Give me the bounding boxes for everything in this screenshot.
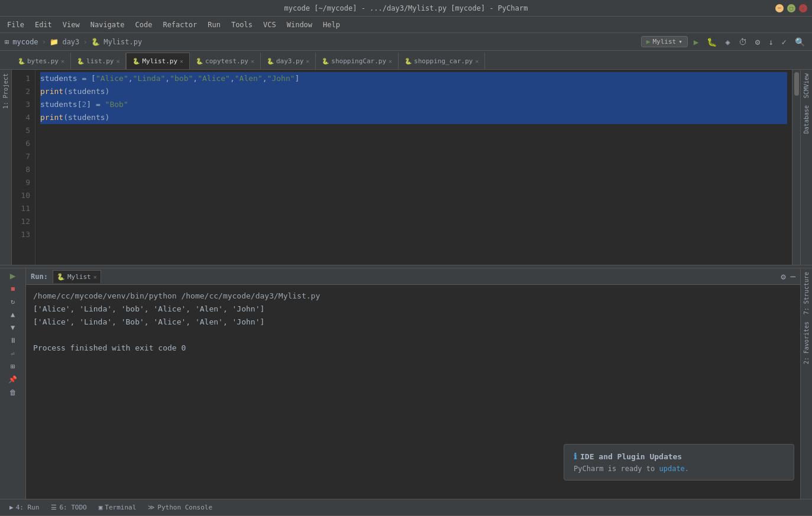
- run-right-sidebar: 7: Structure 2: Favorites: [800, 268, 812, 499]
- tab-close[interactable]: ✕: [306, 58, 309, 64]
- line-12: 12: [12, 215, 30, 228]
- run-tab-bar: Run: 🐍 Mylist ✕ ⚙ ─: [26, 268, 800, 285]
- maximize-button[interactable]: □: [787, 4, 795, 12]
- database-label[interactable]: Database: [802, 102, 811, 137]
- tab-bar: 🐍 bytes.py ✕ 🐍 list.py ✕ 🐍 Mylist.py ✕ 🐍…: [0, 51, 812, 70]
- tab-label: shoppingCar.py: [331, 57, 386, 65]
- folder-name[interactable]: day3: [62, 38, 79, 46]
- tab-close[interactable]: ✕: [180, 58, 183, 64]
- sidebar-project-label[interactable]: 1: Project: [1, 70, 10, 112]
- python-console-tab-icon: ≫: [148, 504, 155, 511]
- left-panel-toolbar: 1: Project: [0, 70, 12, 265]
- bottom-tab-terminal[interactable]: ▣ Terminal: [94, 501, 141, 514]
- tab-shopping-car-py[interactable]: 🐍 shopping_car.py ✕: [399, 53, 485, 69]
- run-trash-button[interactable]: 🗑: [8, 388, 18, 397]
- menu-bar: File Edit View Navigate Code Refactor Ru…: [0, 17, 812, 33]
- run-pause-button[interactable]: ⏸: [8, 336, 18, 345]
- run-settings-button[interactable]: ⚙: [781, 272, 785, 281]
- tab-label: list.py: [86, 57, 114, 65]
- run-play-button[interactable]: ▶: [8, 271, 18, 280]
- menu-edit[interactable]: Edit: [30, 20, 57, 30]
- line-10: 10: [12, 189, 30, 202]
- tab-day3-py[interactable]: 🐍 day3.py ✕: [261, 53, 316, 69]
- debug-button[interactable]: 🐛: [704, 36, 719, 48]
- menu-navigate[interactable]: Navigate: [86, 20, 130, 30]
- run-tab-mylist[interactable]: 🐍 Mylist ✕: [53, 270, 101, 283]
- run-tab-close[interactable]: ✕: [93, 274, 97, 280]
- menu-code[interactable]: Code: [131, 20, 157, 30]
- menu-file[interactable]: File: [2, 20, 29, 30]
- editor-scrollbar[interactable]: [792, 70, 800, 265]
- code-line-5: [40, 124, 787, 137]
- menu-view[interactable]: View: [58, 20, 85, 30]
- code-line-6: [40, 137, 787, 150]
- menu-run[interactable]: Run: [203, 20, 225, 30]
- run-button[interactable]: ▶: [691, 36, 701, 48]
- menu-vcs[interactable]: VCS: [258, 20, 281, 30]
- python-console-tab-label: Python Console: [157, 504, 212, 511]
- tab-close[interactable]: ✕: [251, 58, 254, 64]
- tab-mylist-py[interactable]: 🐍 Mylist.py ✕: [126, 53, 190, 69]
- run-tab-icon: 🐍: [57, 273, 65, 281]
- tab-label: Mylist.py: [142, 57, 177, 65]
- minimize-button[interactable]: ─: [775, 4, 784, 12]
- tab-close[interactable]: ✕: [389, 58, 392, 64]
- vcs-commit-button[interactable]: ✓: [779, 36, 789, 48]
- tab-icon: 🐍: [77, 58, 84, 64]
- more-button[interactable]: ⚙: [753, 36, 762, 48]
- run-config-label: Mylist: [652, 38, 676, 46]
- run-up-button[interactable]: ▲: [8, 310, 18, 319]
- notification-update-link[interactable]: update.: [659, 465, 690, 473]
- tab-shoppingcar-py[interactable]: 🐍 shoppingCar.py ✕: [316, 53, 399, 69]
- run-stop-button[interactable]: ◼: [8, 284, 18, 293]
- line-4: 4: [12, 111, 30, 124]
- bottom-tab-bar: ▶ 4: Run ☰ 6: TODO ▣ Terminal ≫ Python C…: [0, 499, 812, 515]
- search-everywhere-button[interactable]: 🔍: [792, 36, 807, 48]
- todo-tab-icon: ☰: [51, 504, 57, 511]
- tab-copytest-py[interactable]: 🐍 copytest.py ✕: [190, 53, 261, 69]
- tab-icon: 🐍: [196, 58, 203, 64]
- line-1: 1: [12, 72, 30, 85]
- tab-icon: 🐍: [132, 58, 140, 64]
- tab-close[interactable]: ✕: [116, 58, 119, 64]
- tab-label: day3.py: [276, 57, 303, 65]
- code-line-4: print(students): [40, 111, 787, 124]
- bottom-tab-run[interactable]: ▶ 4: Run: [5, 501, 44, 514]
- menu-window[interactable]: Window: [282, 20, 317, 30]
- run-tab-label: 4: Run: [16, 504, 40, 511]
- profile-button[interactable]: ⏱: [736, 36, 749, 48]
- run-split-button[interactable]: ⊞: [8, 362, 18, 371]
- file-name[interactable]: Mylist.py: [103, 38, 142, 46]
- favorites-label[interactable]: 2: Favorites: [802, 318, 811, 368]
- bottom-tab-python-console[interactable]: ≫ Python Console: [143, 501, 217, 514]
- tab-bytes-py[interactable]: 🐍 bytes.py ✕: [12, 53, 71, 69]
- menu-refactor[interactable]: Refactor: [158, 20, 202, 30]
- scm-view-label[interactable]: SCMView: [802, 70, 811, 102]
- scrollbar-thumb[interactable]: [794, 72, 799, 96]
- line-3: 3: [12, 98, 30, 111]
- run-tab-icon: ▶: [9, 504, 14, 511]
- menu-tools[interactable]: Tools: [227, 20, 257, 30]
- menu-help[interactable]: Help: [318, 20, 345, 30]
- close-button[interactable]: ✕: [799, 4, 807, 12]
- coverage-button[interactable]: ◈: [723, 36, 732, 48]
- run-softrap-button[interactable]: ⏎: [8, 349, 18, 358]
- structure-label[interactable]: 7: Structure: [802, 268, 811, 318]
- tab-close[interactable]: ✕: [475, 58, 478, 64]
- run-rerun-button[interactable]: ↻: [8, 297, 18, 306]
- notification-popup: ℹ IDE and Plugin Updates PyCharm is read…: [564, 444, 794, 481]
- run-config-selector[interactable]: ▶ Mylist ▾: [641, 36, 688, 47]
- tab-close[interactable]: ✕: [61, 58, 64, 64]
- run-minimize-button[interactable]: ─: [791, 272, 795, 281]
- vcs-update-button[interactable]: ↓: [766, 36, 775, 48]
- output-cmd-line: /home/cc/mycode/venv/bin/python /home/cc…: [33, 290, 793, 303]
- project-name[interactable]: mycode: [12, 38, 38, 46]
- code-line-10: [40, 189, 787, 202]
- run-pin-button[interactable]: 📌: [8, 375, 18, 384]
- breadcrumb-sep2: ›: [83, 37, 88, 46]
- bottom-tab-todo[interactable]: ☰ 6: TODO: [46, 501, 91, 514]
- run-down-button[interactable]: ▼: [8, 323, 18, 332]
- tab-list-py[interactable]: 🐍 list.py ✕: [71, 53, 126, 69]
- output-result-1: ['Alice', 'Linda', 'bob', 'Alice', 'Alen…: [33, 303, 793, 316]
- code-editor[interactable]: students = ["Alice","Linda","bob","Alice…: [35, 70, 792, 265]
